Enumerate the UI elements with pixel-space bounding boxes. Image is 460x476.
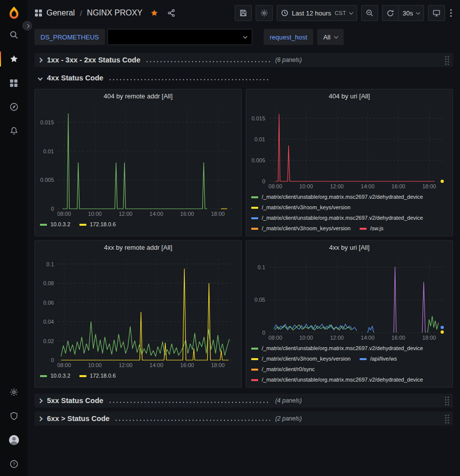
legend-swatch (251, 207, 258, 209)
breadcrumb-title[interactable]: NGINX PROXY (87, 8, 142, 17)
row-header-5xx[interactable]: 5xx Status Code (4 panels) (34, 394, 453, 408)
legend-swatch (360, 358, 367, 360)
time-range-label: Last 12 hours (292, 9, 331, 17)
row-title-group: 6xx > Status Code (35, 415, 274, 423)
svg-text:0.01: 0.01 (255, 136, 265, 142)
top-navbar: General / NGINX PROXY (27, 0, 460, 26)
legend-swatch (251, 379, 258, 381)
sidebar-item-dashboards[interactable] (0, 71, 27, 95)
svg-text:08:00: 08:00 (57, 362, 71, 368)
svg-text:18:00: 18:00 (422, 183, 436, 189)
request-host-variable-select[interactable]: All (317, 29, 343, 45)
grafana-logo[interactable] (0, 0, 27, 23)
svg-text:0.08: 0.08 (43, 280, 54, 286)
refresh-interval-picker[interactable]: 30s (399, 5, 424, 21)
help-icon: ? (9, 460, 18, 469)
panel-title[interactable]: 4xx by uri [All] (246, 241, 453, 254)
dashboard-toolbar: Last 12 hours CST 30s (235, 5, 453, 21)
row-drag-handle[interactable] (445, 55, 449, 65)
share-icon[interactable] (167, 9, 175, 17)
refresh-button[interactable] (382, 5, 399, 21)
row-header-6xx[interactable]: 6xx > Status Code (2 panels) (34, 412, 453, 426)
legend-item[interactable]: /_matrix/client/unstable/org.matrix.msc2… (251, 375, 423, 385)
time-range-picker[interactable]: Last 12 hours CST (277, 5, 357, 21)
row-header-1xx-3xx-2xx[interactable]: 1xx - 3xx - 2xx Status Code (6 panels) (34, 53, 453, 67)
svg-text:0.02: 0.02 (43, 338, 54, 344)
panel-title[interactable]: 404 by remote addr [All] (35, 89, 241, 103)
chevron-down-icon (416, 10, 420, 14)
legend-item[interactable]: /_matrix/client/unstable/org.matrix.msc2… (251, 192, 423, 202)
sidebar-expand-button[interactable] (22, 21, 32, 30)
panel-legend: /_matrix/client/unstable/org.matrix.msc2… (246, 342, 453, 387)
legend-item[interactable]: 10.0.3.2 (40, 371, 70, 381)
sidebar-item-starred[interactable] (0, 47, 27, 71)
legend-swatch (251, 358, 258, 360)
legend-item[interactable]: 10.0.3.2 (40, 219, 70, 230)
legend-swatch (251, 228, 258, 230)
avatar (8, 435, 19, 446)
legend-item[interactable]: /_matrix/client/unstable/org.matrix.msc2… (251, 213, 423, 223)
legend-label: /_matrix/client/v3/room_keys/version (262, 223, 351, 234)
panel-title[interactable]: 404 by uri [All] (246, 89, 453, 103)
panel-chart[interactable]: 08:0010:0012:0014:0016:0018:0000.020.040… (35, 254, 241, 369)
sidebar-item-explore[interactable] (0, 95, 27, 119)
save-dashboard-button[interactable] (235, 5, 252, 21)
svg-text:0.04: 0.04 (43, 319, 54, 325)
row-title: 4xx Status Code (47, 74, 103, 82)
svg-text:10:00: 10:00 (299, 183, 313, 189)
zoom-out-button[interactable] (361, 5, 378, 21)
sidebar-item-alerting[interactable] (0, 119, 27, 143)
legend-label: 10.0.3.2 (50, 371, 70, 381)
apps-grid-icon[interactable] (34, 9, 42, 17)
svg-text:16:00: 16:00 (392, 335, 406, 341)
row-leader-dots (145, 61, 270, 62)
legend-item[interactable]: /_matrix/client/r0/sync (251, 364, 315, 375)
legend-item[interactable]: 172.18.0.6 (79, 219, 116, 230)
zoom-out-icon (366, 9, 374, 17)
datasource-variable-name: DS_PROMETHEUS (40, 33, 99, 41)
panel-chart[interactable]: 08:0010:0012:0014:0016:0018:0000.050.1 (246, 254, 453, 342)
row-title-group: 4xx Status Code (35, 74, 274, 82)
svg-text:0.05: 0.05 (255, 297, 265, 303)
row-drag-handle[interactable] (445, 414, 449, 424)
datasource-variable-label[interactable]: DS_PROMETHEUS (34, 29, 105, 45)
legend-item[interactable]: 172.18.0.6 (79, 371, 116, 381)
legend-label: /_matrix/client/unstable/org.matrix.msc2… (262, 213, 423, 223)
gear-icon (260, 9, 268, 17)
row-header-4xx[interactable]: 4xx Status Code (34, 71, 453, 85)
panel-chart[interactable]: 08:0010:0012:0014:0016:0018:0000.0050.01… (246, 103, 453, 190)
svg-text:12:00: 12:00 (119, 362, 133, 368)
legend-item[interactable]: /sw.js (360, 223, 384, 234)
sidebar-item-profile[interactable] (0, 428, 27, 452)
svg-text:12:00: 12:00 (119, 211, 133, 217)
sidebar-item-help[interactable]: ? (0, 452, 27, 476)
breadcrumb-divider: / (80, 9, 82, 17)
favorite-star-icon[interactable] (150, 9, 158, 17)
sidebar-item-configuration[interactable] (0, 380, 27, 404)
breadcrumb-section[interactable]: General (46, 8, 75, 17)
host-variable-select[interactable] (107, 29, 252, 45)
svg-text:0: 0 (262, 178, 265, 184)
svg-text:0.1: 0.1 (258, 264, 265, 270)
legend-item[interactable]: /api/live/ws (360, 354, 397, 364)
row-leader-dots (114, 420, 270, 421)
refresh-interval-label: 30s (403, 9, 413, 17)
legend-item[interactable]: /_matrix/client/v3/room_keys/version (251, 223, 351, 234)
legend-swatch (251, 217, 258, 219)
legend-swatch (40, 224, 47, 226)
svg-text:0: 0 (51, 357, 54, 363)
svg-text:16:00: 16:00 (180, 362, 194, 368)
sidebar-item-server-admin[interactable] (0, 404, 27, 428)
row-drag-handle[interactable] (445, 396, 449, 406)
svg-text:0.005: 0.005 (40, 177, 54, 183)
request-host-variable-label[interactable]: request_host (264, 29, 313, 45)
legend-label: /_matrix/client/v3/room_keys/version (262, 202, 351, 213)
legend-item[interactable]: /_matrix/client/unstable/org.matrix.msc2… (251, 343, 423, 354)
legend-item[interactable]: /_matrix/client/v3/room_keys/version (251, 354, 351, 364)
panel-title[interactable]: 4xx by remote addr [All] (35, 241, 241, 254)
tv-mode-button[interactable] (428, 5, 445, 21)
legend-item[interactable]: /_matrix/client/v3/room_keys/version (251, 202, 351, 213)
kebab-menu-icon[interactable] (449, 9, 453, 17)
panel-chart[interactable]: 08:0010:0012:0014:0016:0018:0000.0050.01… (35, 103, 241, 218)
dashboard-settings-button[interactable] (256, 5, 273, 21)
